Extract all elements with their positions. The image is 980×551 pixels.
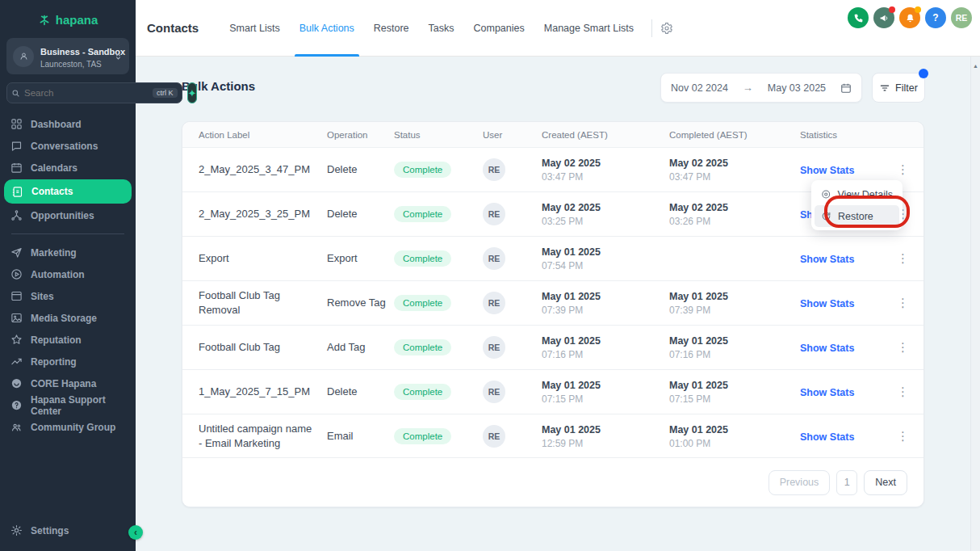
status-badge: Complete (394, 339, 451, 355)
row-menu-icon[interactable]: ⋮ (895, 385, 909, 399)
menu-item-view-details[interactable]: View Details (815, 183, 899, 205)
show-stats-link[interactable]: Show Stats (800, 387, 854, 398)
sidebar-item-core-hapana[interactable]: CORE Hapana (0, 372, 136, 394)
row-menu-icon[interactable]: ⋮ (895, 162, 909, 177)
marketing-icon (10, 246, 23, 259)
sidebar-divider (11, 233, 124, 234)
row-menu-icon[interactable]: ⋮ (895, 296, 909, 310)
operation-cell: Email (327, 429, 394, 444)
search-field[interactable]: ctrl K (6, 82, 182, 103)
sidebar-item-hapana-support-center[interactable]: Hapana Support Center (0, 394, 136, 416)
created-cell: May 01 2025 12:59 PM (542, 424, 669, 449)
show-stats-link[interactable]: Show Stats (800, 165, 854, 176)
completed-time: 07:15 PM (669, 393, 800, 405)
tab-smart-lists[interactable]: Smart Lists (229, 0, 280, 57)
column-header: Created (AEST) (542, 130, 669, 140)
row-menu-icon[interactable]: ⋮ (895, 251, 909, 266)
sidebar-item-dashboard[interactable]: Dashboard (0, 113, 136, 135)
business-avatar-icon (13, 46, 34, 67)
row-context-menu: View Details Restore (811, 180, 903, 230)
date-end[interactable]: May 03 2025 (768, 82, 826, 94)
completed-date: May 01 2025 (669, 335, 800, 347)
business-selector[interactable]: Business - Sandbox Launceston, TAS (6, 38, 129, 74)
announcements-button[interactable] (873, 7, 894, 28)
created-date: May 02 2025 (542, 202, 669, 213)
table-row: Football Club Tag Removal Remove Tag Com… (182, 281, 923, 326)
help-button[interactable]: ? (925, 7, 946, 28)
page-scrollbar[interactable]: ▲ (970, 57, 980, 551)
megaphone-icon (879, 13, 890, 23)
completed-time: 01:00 PM (669, 438, 800, 449)
menu-item-label: View Details (837, 189, 893, 200)
sidebar-item-calendars[interactable]: Calendars (0, 157, 136, 179)
tab-manage-smart-lists[interactable]: Manage Smart Lists (544, 0, 634, 57)
next-button[interactable]: Next (864, 470, 907, 495)
table-header-row: Action Label Operation Status User Creat… (182, 122, 923, 148)
sidebar-item-settings[interactable]: Settings (0, 519, 136, 541)
sidebar-item-opportunities[interactable]: Opportunities (0, 204, 136, 226)
completed-date: May 01 2025 (669, 380, 800, 391)
sidebar-item-contacts[interactable]: Contacts (4, 179, 132, 204)
opportunities-icon (10, 209, 23, 221)
sidebar-item-community-group[interactable]: Community Group (0, 416, 136, 438)
media-storage-icon (10, 312, 23, 324)
column-header: Action Label (199, 130, 327, 140)
calendar-icon (840, 82, 852, 94)
created-time: 07:15 PM (542, 393, 669, 405)
sidebar-item-marketing[interactable]: Marketing (0, 242, 136, 263)
notifications-button[interactable] (899, 7, 920, 28)
search-input[interactable] (24, 88, 149, 98)
row-menu-icon[interactable]: ⋮ (895, 429, 909, 444)
date-range-picker[interactable]: Nov 02 2024 → May 03 2025 (660, 73, 862, 103)
tab-bulk-actions[interactable]: Bulk Actions (299, 0, 354, 57)
date-start[interactable]: Nov 02 2024 (671, 82, 728, 94)
table-row: Untitled campaign name - Email Marketing… (182, 414, 923, 459)
action-label-cell: Football Club Tag Removal (199, 288, 327, 317)
show-stats-link[interactable]: Show Stats (800, 298, 854, 309)
created-cell: May 01 2025 07:54 PM (542, 246, 669, 271)
previous-button[interactable]: Previous (769, 470, 831, 495)
community-group-icon (10, 421, 23, 433)
core-hapana-icon (10, 377, 23, 389)
logo-text: hapana (56, 13, 98, 27)
sidebar-item-label: Sites (31, 291, 54, 302)
created-time: 07:54 PM (542, 260, 669, 271)
reputation-icon (10, 334, 23, 346)
sites-icon (10, 290, 23, 302)
top-navigation: Contacts Smart Lists Bulk Actions Restor… (136, 0, 980, 57)
user-avatar-button[interactable]: RE (951, 7, 972, 28)
sidebar-item-media-storage[interactable]: Media Storage (0, 307, 136, 329)
filter-label: Filter (895, 82, 918, 94)
created-cell: May 01 2025 07:15 PM (542, 380, 669, 405)
row-menu-icon[interactable]: ⋮ (895, 340, 909, 355)
filter-button[interactable]: Filter (872, 73, 925, 103)
calendars-icon (10, 162, 23, 174)
show-stats-link[interactable]: Show Stats (800, 254, 854, 265)
sidebar-item-reputation[interactable]: Reputation (0, 329, 136, 351)
main-content: Bulk Actions Nov 02 2024 → May 03 2025 F… (136, 57, 980, 551)
page-context-title[interactable]: Contacts (147, 21, 199, 35)
tab-restore[interactable]: Restore (374, 0, 409, 57)
action-label-cell: 1_May_2025_7_15_PM (199, 385, 327, 399)
show-stats-link[interactable]: Show Stats (800, 431, 854, 443)
user-avatar: RE (483, 158, 505, 181)
sidebar-item-conversations[interactable]: Conversations (0, 135, 136, 157)
table-row: Export Export Complete RE May 01 2025 07… (182, 237, 923, 281)
completed-date: May 01 2025 (669, 291, 800, 302)
column-header: Statistics (800, 130, 895, 140)
ai-assistant-button[interactable]: ✦ (187, 82, 198, 103)
tab-tasks[interactable]: Tasks (429, 0, 454, 57)
phone-button[interactable] (848, 7, 869, 28)
page-number-button[interactable]: 1 (836, 470, 857, 495)
automation-icon (10, 268, 23, 280)
contacts-settings-button[interactable] (660, 22, 673, 35)
tab-companies[interactable]: Companies (474, 0, 525, 57)
menu-item-restore[interactable]: Restore (815, 205, 899, 227)
operation-cell: Remove Tag (327, 296, 394, 310)
sidebar-item-sites[interactable]: Sites (0, 285, 136, 307)
sidebar-collapse-button[interactable]: ‹ (128, 525, 143, 540)
show-stats-link[interactable]: Show Stats (800, 343, 854, 354)
sidebar-item-reporting[interactable]: Reporting (0, 351, 136, 372)
created-date: May 01 2025 (542, 424, 669, 435)
sidebar-item-automation[interactable]: Automation (0, 263, 136, 285)
